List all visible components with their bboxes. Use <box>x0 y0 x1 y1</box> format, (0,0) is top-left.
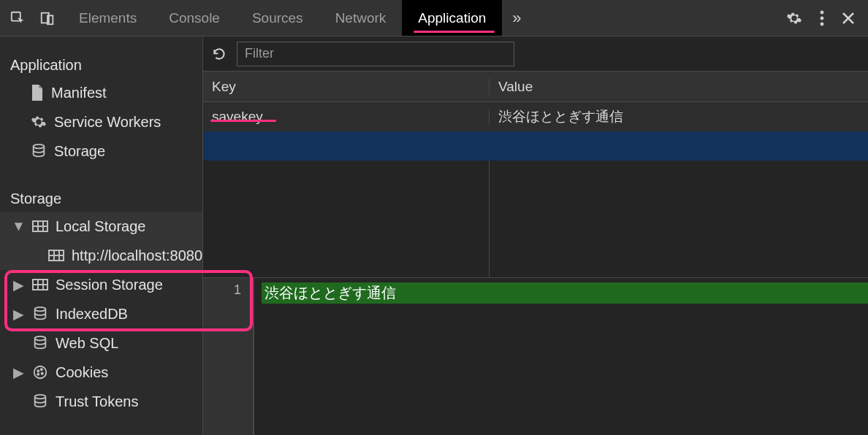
close-icon[interactable] <box>842 12 855 25</box>
kebab-icon[interactable] <box>820 10 824 26</box>
sidebar-item-label: Session Storage <box>56 277 163 293</box>
devtools-topbar: Elements Console Sources Network Applica… <box>0 0 868 36</box>
svg-point-12 <box>34 366 47 379</box>
refresh-icon[interactable] <box>212 47 226 61</box>
db-icon <box>32 335 48 351</box>
inspect-icon[interactable] <box>10 10 26 26</box>
sidebar-item-label: Cookies <box>56 364 108 381</box>
more-tabs-icon[interactable]: » <box>502 0 531 36</box>
storage-table: Key Value savekey 渋谷ほととぎす通信 <box>203 72 868 278</box>
sidebar-item-indexeddb[interactable]: ▶ IndexedDB <box>0 299 202 328</box>
db-icon <box>32 306 48 322</box>
preview-line[interactable]: 渋谷ほととぎす通信 <box>254 278 868 435</box>
devtools-tabs: Elements Console Sources Network Applica… <box>63 0 531 36</box>
sidebar-item-label: Web SQL <box>56 335 118 352</box>
sidebar-item-label: Manifest <box>51 85 107 101</box>
chevron-down-icon: ▼ <box>12 218 25 234</box>
sidebar-item-label: Trust Tokens <box>56 393 138 410</box>
tab-application[interactable]: Application <box>402 0 502 36</box>
grid-icon <box>48 250 64 261</box>
table-header: Key Value <box>203 72 868 102</box>
svg-point-14 <box>41 369 42 370</box>
sidebar-item-local-storage-origin[interactable]: http://localhost:8080 <box>0 241 202 270</box>
section-application-title: Application <box>0 44 202 78</box>
grid-icon <box>32 220 48 232</box>
svg-point-10 <box>35 307 46 312</box>
device-toolbar-icon[interactable] <box>39 10 56 26</box>
svg-point-16 <box>37 374 39 375</box>
table-row-selected-empty[interactable] <box>203 131 868 161</box>
sidebar-item-label: IndexedDB <box>56 306 128 323</box>
chevron-right-icon: ▶ <box>12 277 25 293</box>
sidebar-item-cookies[interactable]: ▶ Cookies <box>0 358 202 387</box>
sidebar-item-storage[interactable]: Storage <box>0 136 202 166</box>
tab-network[interactable]: Network <box>319 0 403 36</box>
sidebar-item-label: Service Workers <box>54 114 161 131</box>
sidebar-item-web-sql[interactable]: Web SQL <box>0 328 202 358</box>
sidebar-item-label: Storage <box>54 143 105 160</box>
sidebar-item-local-storage[interactable]: ▼ Local Storage <box>0 212 202 241</box>
table-row[interactable]: savekey 渋谷ほととぎす通信 <box>203 102 868 131</box>
gear-icon <box>31 114 47 130</box>
svg-point-5 <box>821 22 824 26</box>
tab-console[interactable]: Console <box>153 0 236 36</box>
line-number: 1 <box>203 278 254 435</box>
svg-point-4 <box>821 16 824 20</box>
tab-sources[interactable]: Sources <box>236 0 319 36</box>
svg-point-3 <box>821 10 824 14</box>
sidebar-item-label: Local Storage <box>56 218 145 235</box>
svg-point-15 <box>42 373 43 374</box>
cookie-icon <box>32 364 48 380</box>
sidebar-item-trust-tokens[interactable]: Trust Tokens <box>0 387 202 416</box>
cell-value[interactable]: 渋谷ほととぎす通信 <box>490 107 868 126</box>
column-value[interactable]: Value <box>490 79 868 95</box>
tab-elements[interactable]: Elements <box>63 0 153 36</box>
svg-point-17 <box>35 395 46 399</box>
sidebar-item-manifest[interactable]: Manifest <box>0 78 202 107</box>
filter-input[interactable] <box>237 42 514 66</box>
gear-icon[interactable] <box>786 10 802 26</box>
svg-point-13 <box>37 370 39 372</box>
svg-point-6 <box>34 145 45 149</box>
storage-content: Key Value savekey 渋谷ほととぎす通信 1 渋谷ほととぎす通信 <box>203 36 868 435</box>
db-icon <box>31 143 47 159</box>
chevron-right-icon: ▶ <box>12 364 25 381</box>
column-key[interactable]: Key <box>203 79 490 95</box>
chevron-right-icon: ▶ <box>12 306 25 323</box>
file-icon <box>31 85 44 101</box>
sidebar-item-label: http://localhost:8080 <box>72 247 202 264</box>
grid-icon <box>32 279 48 290</box>
storage-toolbar <box>203 36 868 72</box>
value-preview: 1 渋谷ほととぎす通信 <box>203 278 868 435</box>
application-sidebar: Application Manifest Service Workers Sto… <box>0 36 203 435</box>
cell-key[interactable]: savekey <box>203 109 490 125</box>
section-storage-title: Storage <box>0 166 202 212</box>
sidebar-item-service-workers[interactable]: Service Workers <box>0 107 202 136</box>
preview-text: 渋谷ほととぎす通信 <box>262 282 868 304</box>
db-icon <box>32 393 48 409</box>
svg-point-11 <box>35 336 46 341</box>
table-empty-area[interactable] <box>203 161 868 277</box>
sidebar-item-session-storage[interactable]: ▶ Session Storage <box>0 270 202 299</box>
